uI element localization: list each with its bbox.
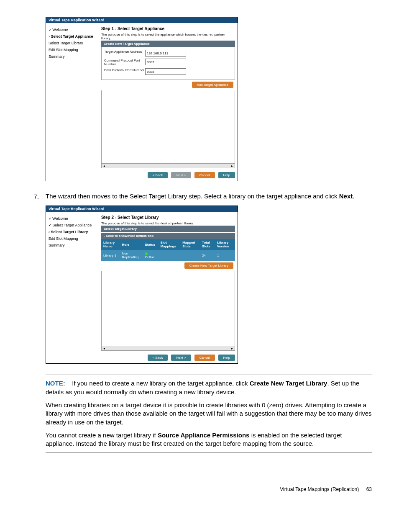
cell-mapped-slots: - <box>180 250 200 261</box>
input-data-port[interactable] <box>145 68 186 75</box>
table-header-row: Library Name Role Status Slot Mappings M… <box>101 239 235 250</box>
sidebar-item-select-target-library[interactable]: Select Target Library <box>49 40 98 46</box>
table-row[interactable]: Library 1 Non-Replicating Online - - 24 … <box>101 250 235 261</box>
sidebar-item-edit-slot-mapping[interactable]: Edit Slot Mapping <box>49 235 98 242</box>
appliance-list-area <box>101 90 235 164</box>
th-slot-mappings[interactable]: Slot Mappings <box>159 239 181 250</box>
label-target-appliance-address: Target Appliance Address <box>104 50 145 54</box>
input-target-appliance-address[interactable] <box>145 50 186 57</box>
sidebar-item-edit-slot-mapping[interactable]: Edit Slot Mapping <box>49 46 98 53</box>
cell-role: Non-Replicating <box>120 250 143 261</box>
th-role[interactable]: Role <box>120 239 143 250</box>
th-mapped-slots[interactable]: Mapped Slots <box>180 239 200 250</box>
step-heading: Step 2 - Select Target Library <box>101 215 235 220</box>
th-library-name[interactable]: Library Name <box>101 239 120 250</box>
target-library-table: Library Name Role Status Slot Mappings M… <box>101 239 235 261</box>
cell-library-name: Library 1 <box>101 250 120 261</box>
th-status[interactable]: Status <box>143 239 158 250</box>
th-library-version[interactable]: Library Version <box>215 239 235 250</box>
wizard-sidebar: Welcome Select Target Appliance Select T… <box>46 23 100 170</box>
footer-section-title: Virtual Tape Mappings (Replication) <box>280 486 359 492</box>
scroll-left-icon[interactable]: ◂ <box>102 347 107 350</box>
cell-total-slots: 24 <box>200 250 215 261</box>
cancel-button[interactable]: Cancel <box>194 355 215 361</box>
wizard-step2: Virtual Tape Replication Wizard Welcome … <box>46 206 238 364</box>
horizontal-scrollbar[interactable]: ◂ ▸ <box>101 164 235 168</box>
scroll-right-icon[interactable]: ▸ <box>230 164 235 168</box>
scroll-right-icon[interactable]: ▸ <box>230 347 235 350</box>
sidebar-item-welcome[interactable]: Welcome <box>49 26 98 33</box>
footer-page-number: 63 <box>361 486 372 492</box>
window-titlebar: Virtual Tape Replication Wizard <box>46 17 238 23</box>
help-button[interactable]: Help <box>218 172 235 178</box>
sidebar-item-summary[interactable]: Summary <box>49 53 98 60</box>
sidebar-item-select-target-appliance[interactable]: Select Target Appliance <box>49 33 98 40</box>
horizontal-scrollbar[interactable]: ◂ ▸ <box>101 346 235 351</box>
sidebar-item-welcome[interactable]: Welcome <box>49 215 98 222</box>
window-titlebar: Virtual Tape Replication Wizard <box>46 206 238 212</box>
cell-status: Online <box>143 250 158 261</box>
status-online-icon <box>145 252 148 255</box>
panel-header-select-target-library: Select Target Library <box>101 226 235 232</box>
th-total-slots[interactable]: Total Slots <box>200 239 215 250</box>
cell-slot-mappings: - <box>159 250 181 261</box>
step-heading: Step 1 - Select Target Appliance <box>101 26 235 31</box>
panel-header-create-new-target-appliance: Create New Target Appliance <box>101 41 235 47</box>
sidebar-item-select-target-appliance[interactable]: Select Target Appliance <box>49 222 98 229</box>
label-data-port: Data Protocol Port Number <box>104 68 145 72</box>
back-button[interactable]: < Back <box>148 172 168 178</box>
sidebar-item-summary[interactable]: Summary <box>49 242 98 249</box>
input-command-port[interactable] <box>145 59 186 65</box>
sidebar-item-select-target-library[interactable]: Select Target Library <box>49 229 98 235</box>
step-purpose: The purpose of this step is to select th… <box>101 221 235 225</box>
step-number: 7. <box>27 192 46 200</box>
library-list-area <box>101 271 235 346</box>
note-label: NOTE: <box>46 380 65 387</box>
create-new-target-library-button[interactable]: Create New Target Library <box>184 262 233 269</box>
cell-library-version: 1 <box>215 250 235 261</box>
wizard-step1: Virtual Tape Replication Wizard Welcome … <box>46 17 238 181</box>
wizard-sidebar: Welcome Select Target Appliance Select T… <box>46 212 100 352</box>
panel-header-toggle-details[interactable]: - Click to show/hide details box <box>101 233 235 239</box>
page-footer: Virtual Tape Mappings (Replication) 63 <box>0 470 399 504</box>
next-button-disabled: Next > <box>171 172 191 178</box>
target-appliance-form: Target Appliance Address Command Protoco… <box>101 47 235 80</box>
label-command-port: Command Protocol Port Number <box>104 59 145 66</box>
next-button[interactable]: Next > <box>171 355 191 361</box>
step-purpose: The purpose of this step is to select th… <box>101 33 235 40</box>
note-block: NOTE: If you need to create a new librar… <box>46 375 372 453</box>
step-instruction: The wizard then moves to the Select Targ… <box>46 192 372 200</box>
scroll-left-icon[interactable]: ◂ <box>102 164 107 168</box>
help-button[interactable]: Help <box>218 355 235 361</box>
cancel-button[interactable]: Cancel <box>194 172 215 178</box>
back-button[interactable]: < Back <box>148 355 168 361</box>
add-target-appliance-button[interactable]: Add Target Appliance <box>192 82 233 88</box>
